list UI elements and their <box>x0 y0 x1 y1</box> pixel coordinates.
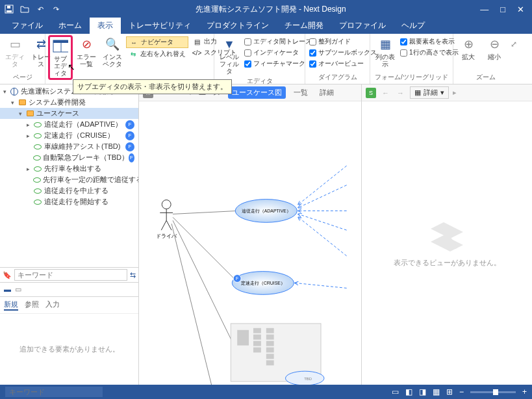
panel-icon[interactable]: ▭ <box>15 285 21 294</box>
tab-ref[interactable]: 参照 <box>25 300 39 311</box>
swap-button[interactable]: ⇆左右を入れ替え <box>126 49 188 59</box>
tree-item[interactable]: 追従走行を開始する <box>0 196 138 207</box>
svg-text:定速走行（CRUISE）: 定速走行（CRUISE） <box>241 281 285 286</box>
svg-line-12 <box>173 211 237 214</box>
crumb-diagram[interactable]: ユースケース図 <box>228 86 286 99</box>
diagram-canvas[interactable]: ドライバ 追従走行（ADAPTIVE） 定速走行（CRUISE） F <box>139 101 361 385</box>
svg-text:F: F <box>236 276 238 281</box>
svg-line-9 <box>161 220 166 230</box>
keyword-input[interactable] <box>14 269 127 281</box>
chk-overview[interactable]: オーバービュー <box>308 58 378 69</box>
tree-item[interactable]: 車線維持アシスト(TBD)F <box>0 141 138 152</box>
folder-icon[interactable] <box>19 4 30 14</box>
status-icon[interactable]: ⊞ <box>446 387 453 396</box>
minimize-button[interactable]: — <box>480 5 488 14</box>
zoomout-button[interactable]: ⊖縮小 <box>482 35 507 62</box>
nav-fwd-sub[interactable]: → <box>395 89 406 97</box>
menu-profile[interactable]: プロファイル <box>331 18 394 34</box>
chk-subtool-box[interactable]: サブツールボックス <box>308 47 378 58</box>
group-formtree-label: フォーム/ツリーグリッド <box>373 72 450 83</box>
svg-line-10 <box>166 220 171 230</box>
overview-thumbnail: TBD <box>231 324 324 385</box>
svg-text:追従走行（ADAPTIVE）: 追従走行（ADAPTIVE） <box>242 209 291 214</box>
tree-node-usecase[interactable]: ▾ユースケース <box>0 108 138 119</box>
tree-node[interactable]: ▾システム要件開発 <box>0 97 138 108</box>
tree-item[interactable]: 自動緊急ブレーキ（TBD）F <box>0 152 138 163</box>
chk-one-line[interactable]: 1行の高さで表示 <box>399 47 460 58</box>
chk-editor-trace[interactable]: エディタ間トレース <box>243 36 313 47</box>
svg-text:TBD: TBD <box>304 377 312 381</box>
menu-home[interactable]: ホーム <box>51 18 90 34</box>
bottom-empty-message: 追加できる要素がありません。 <box>0 313 138 385</box>
zoom-out-status[interactable]: − <box>459 387 464 396</box>
svg-rect-35 <box>266 348 274 353</box>
zoomin-button[interactable]: ⊕拡大 <box>456 35 481 62</box>
status-icon[interactable]: ◨ <box>419 387 426 396</box>
tree-item[interactable]: ▸追従走行（ADAPTIVE）F <box>0 119 138 130</box>
zoom-in-status[interactable]: + <box>522 387 527 396</box>
crumb-detail[interactable]: 詳細 <box>316 86 338 99</box>
svg-rect-2 <box>7 6 10 8</box>
tree-item[interactable]: ▸先行車を検出する <box>0 163 138 174</box>
svg-rect-1 <box>6 10 12 12</box>
filter-icon[interactable]: ⇆ <box>130 271 136 279</box>
ribbon: ▭エディタ ⇄トレース ページ サブエディタ ⊘エラー一覧 🔍インスペクタ ↔ナ… <box>0 34 532 84</box>
menu-team[interactable]: チーム開発 <box>277 18 331 34</box>
svg-rect-29 <box>253 335 261 340</box>
no-view-icon <box>427 219 466 251</box>
undo-icon[interactable]: ↶ <box>35 4 45 14</box>
svg-line-15 <box>171 224 211 385</box>
menu-productline[interactable]: プロダクトライン <box>199 18 277 34</box>
status-icon[interactable]: ▦ <box>433 387 440 396</box>
subeditor-button[interactable]: サブエディタ <box>48 35 73 80</box>
editor-badge-s: S <box>366 88 376 98</box>
detail-dropdown[interactable]: ▦ 詳細 ▾ <box>410 86 449 99</box>
status-icon[interactable]: ▭ <box>392 387 399 396</box>
bottom-tabs: 新規 参照 入力 <box>0 296 138 313</box>
tab-input[interactable]: 入力 <box>45 300 60 311</box>
model-tree[interactable]: ▾先進運転システムソフト開発 ▾システム要件開発 ▾ユースケース ▸追従走行（A… <box>0 84 138 267</box>
chk-feature-mark[interactable]: フィーチャマーク <box>243 58 313 69</box>
editor-button[interactable]: ▭エディタ <box>3 35 27 69</box>
menu-traceability[interactable]: トレーサビリティ <box>121 18 199 34</box>
status-icon[interactable]: ◧ <box>405 387 412 396</box>
colshow-button[interactable]: ▦列の表示 <box>373 35 398 69</box>
inspector-button[interactable]: 🔍インスペクタ <box>100 35 125 69</box>
save-icon[interactable] <box>4 4 14 14</box>
tree-item[interactable]: 追従走行を中止する <box>0 185 138 196</box>
titlebar: ↶ ↷ 先進運転システムソフト開発 - Next Design — □ ✕ <box>0 0 532 18</box>
svg-rect-33 <box>266 335 274 340</box>
menubar: ファイル ホーム 表示 トレーサビリティ プロダクトライン チーム開発 プロファ… <box>0 18 532 34</box>
group-diagram-label: ダイアグラム <box>308 72 367 83</box>
chk-indicator[interactable]: インディケータ <box>243 47 313 58</box>
status-keyword-input[interactable] <box>5 387 103 397</box>
group-zoom-label: ズーム <box>456 72 516 83</box>
svg-rect-30 <box>253 341 261 346</box>
tree-item[interactable]: ▸定速走行（CRUISE）F <box>0 130 138 141</box>
no-view-message: 表示できるビューがありません。 <box>394 258 501 268</box>
svg-point-6 <box>162 200 171 209</box>
tree-item[interactable]: 先行車を一定の距離で追従する <box>0 174 138 185</box>
panel-icon[interactable]: ▬ <box>4 285 11 294</box>
errorlist-button[interactable]: ⊘エラー一覧 <box>74 35 99 69</box>
tag-icon: 🔖 <box>3 271 12 279</box>
nav-back-sub[interactable]: ← <box>380 89 391 97</box>
tab-new[interactable]: 新規 <box>4 300 18 311</box>
chk-parent-name[interactable]: 親要素名を表示 <box>399 36 460 47</box>
svg-line-24 <box>298 217 346 255</box>
subeditor-tooltip: サブエディタの表示・非表示を切り替えます。 <box>73 79 232 94</box>
svg-rect-34 <box>266 341 274 346</box>
menu-file[interactable]: ファイル <box>4 18 51 34</box>
zoom-slider[interactable] <box>470 391 516 393</box>
crumb-list[interactable]: 一覧 <box>290 86 312 99</box>
navigator-button[interactable]: ↔ナビゲータ <box>126 36 188 48</box>
menu-help[interactable]: ヘルプ <box>394 18 433 34</box>
close-button[interactable]: ✕ <box>517 5 524 14</box>
zoom-reset-button[interactable]: ⤢ <box>508 35 520 53</box>
chk-align-guide[interactable]: 整列ガイド <box>308 36 378 47</box>
levelfilter-button[interactable]: ▼レベルフィルタ <box>217 35 242 76</box>
redo-icon[interactable]: ↷ <box>51 4 61 14</box>
maximize-button[interactable]: □ <box>500 5 505 14</box>
menu-view[interactable]: 表示 <box>90 18 121 34</box>
group-page-label: ページ <box>3 72 42 83</box>
